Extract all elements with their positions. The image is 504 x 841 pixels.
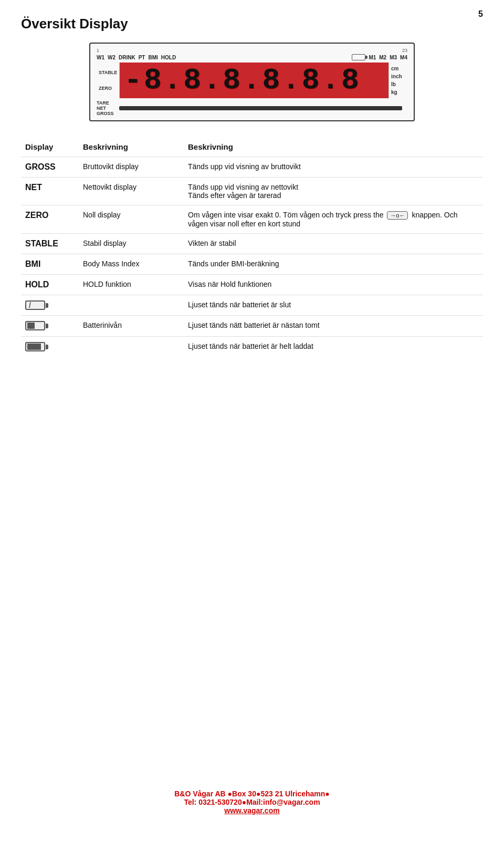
label-zero: ZERO (99, 86, 117, 91)
row-desc1-gross: Bruttovikt display (79, 157, 184, 178)
right-units: cm inch lb kg (388, 63, 407, 98)
display-bottom: TARE NET GROSS (97, 100, 407, 116)
label-tare: TARE (97, 100, 114, 106)
row-desc1-battery-full (79, 337, 184, 358)
row-desc2-zero: Om vågen inte visar exakt 0. Töm vågen o… (184, 205, 483, 234)
display-mockup: 1 23 W1 W2 DRINK PT BMI HOLD M1 M2 M3 M4… (89, 43, 415, 121)
row-desc1-net: Nettovikt display (79, 178, 184, 205)
ind-w2: W2 (108, 55, 116, 60)
unit-inch: inch (391, 74, 405, 79)
row-desc1-hold: HOLD funktion (79, 275, 184, 295)
battery-half-icon (25, 321, 48, 330)
row-display-zero: ZERO (21, 205, 79, 234)
row-display-gross: GROSS (21, 157, 79, 178)
ind-m4: M4 (400, 55, 407, 60)
bottom-labels: TARE NET GROSS (97, 100, 114, 116)
net-desc-line2: Tänds efter vågen är tarerad (188, 191, 281, 200)
row-desc2-hold: Visas när Hold funktionen (184, 275, 483, 295)
ind-drink: DRINK (119, 55, 135, 60)
row-display-hold: HOLD (21, 275, 79, 295)
label-net: NET (97, 106, 114, 111)
header-desc2: Beskrivning (184, 137, 483, 157)
page-number: 5 (478, 9, 483, 19)
unit-lb: lb (391, 81, 405, 87)
row-desc1-stable: Stabil display (79, 234, 184, 254)
row-display-battery-half (21, 316, 79, 337)
scale-numbers: 1 23 (97, 48, 407, 53)
indicator-row: W1 W2 DRINK PT BMI HOLD M1 M2 M3 M4 (97, 54, 407, 60)
ind-w1: W1 (97, 55, 104, 60)
label-gross: GROSS (97, 111, 114, 116)
row-display-battery-full (21, 337, 79, 358)
table-row: / Ljuset tänds när batteriet är slut (21, 295, 483, 316)
battery-indicator-small (352, 54, 365, 60)
table-row: Ljuset tänds när batteriet är helt ladda… (21, 337, 483, 358)
row-desc2-gross: Tänds upp vid visning av bruttovikt (184, 157, 483, 178)
left-labels: STABLE ZERO (97, 63, 120, 98)
row-desc2-net: Tänds upp vid visning av nettovikt Tänds… (184, 178, 483, 205)
table-row: Batterinivån Ljuset tänds nätt batteriet… (21, 316, 483, 337)
lcd-screen-area: -8.8.8.8.8.8 (120, 63, 388, 98)
footer-line1: B&O Vågar AB ●Box 30●523 21 Ulricehamn● (0, 790, 504, 798)
row-desc1-battery-half: Batterinivån (79, 316, 184, 337)
row-desc2-battery-half: Ljuset tänds nätt batteriet är nästan to… (184, 316, 483, 337)
row-desc2-stable: Vikten är stabil (184, 234, 483, 254)
battery-full-icon (25, 342, 48, 351)
header-display: Display (21, 137, 79, 157)
row-desc2-battery-full: Ljuset tänds när batteriet är helt ladda… (184, 337, 483, 358)
row-desc1-zero: Noll display (79, 205, 184, 234)
ind-m1: M1 (369, 55, 376, 60)
battery-empty-icon: / (25, 300, 48, 310)
ind-hold: HOLD (161, 55, 176, 60)
ind-m3: M3 (390, 55, 397, 60)
lcd-main-area: STABLE ZERO -8.8.8.8.8.8 cm inch lb kg (97, 63, 407, 98)
row-display-battery-empty: / (21, 295, 79, 316)
table-row: ZERO Noll display Om vågen inte visar ex… (21, 205, 483, 234)
page-title: Översikt Display (21, 16, 483, 32)
row-desc1-battery-empty (79, 295, 184, 316)
bottom-bar-line (119, 106, 402, 110)
table-row: NET Nettovikt display Tänds upp vid visn… (21, 178, 483, 205)
zero-desc-part1: Om vågen inte visar exakt 0. Töm vågen o… (188, 211, 383, 219)
footer-line3: www.vagar.com (0, 806, 504, 815)
net-desc-line1: Tänds upp vid visning av nettovikt (188, 183, 298, 191)
lcd-digits: -8.8.8.8.8.8 (124, 66, 361, 95)
footer: B&O Vågar AB ●Box 30●523 21 Ulricehamn● … (0, 790, 504, 815)
row-desc2-bmi: Tänds under BMI-beräkning (184, 254, 483, 275)
unit-kg: kg (391, 89, 405, 95)
unit-cm: cm (391, 66, 405, 71)
ind-m2: M2 (379, 55, 386, 60)
ind-pt: PT (139, 55, 145, 60)
table-row: BMI Body Mass Index Tänds under BMI-berä… (21, 254, 483, 275)
table-row: STABLE Stabil display Vikten är stabil (21, 234, 483, 254)
footer-line2: Tel: 0321-530720●Mail:info@vagar.com (0, 798, 504, 806)
row-display-bmi: BMI (21, 254, 79, 275)
zero-btn-icon: →o← (387, 211, 408, 220)
row-display-stable: STABLE (21, 234, 79, 254)
table-row: HOLD HOLD funktion Visas när Hold funkti… (21, 275, 483, 295)
ind-bmi: BMI (148, 55, 158, 60)
scale-right: 23 (402, 48, 407, 53)
row-desc1-bmi: Body Mass Index (79, 254, 184, 275)
scale-left: 1 (97, 48, 99, 53)
row-display-net: NET (21, 178, 79, 205)
label-stable: STABLE (99, 70, 117, 75)
row-desc2-battery-empty: Ljuset tänds när batteriet är slut (184, 295, 483, 316)
info-table: Display Beskrivning Beskrivning GROSS Br… (21, 137, 483, 357)
table-row: GROSS Bruttovikt display Tänds upp vid v… (21, 157, 483, 178)
header-desc1: Beskrivning (79, 137, 184, 157)
